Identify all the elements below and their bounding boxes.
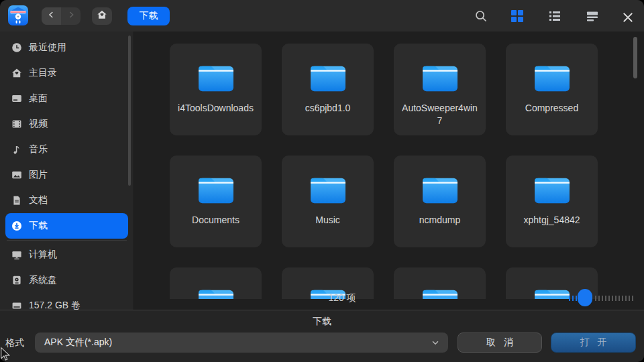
dialog-title: 下载 [0, 316, 644, 328]
image-icon [11, 170, 22, 180]
file-manager-app-icon [8, 5, 28, 25]
sidebar-item-pictures[interactable]: 图片 [5, 162, 128, 188]
sidebar-item-system-disk[interactable]: 系统盘 [5, 267, 128, 293]
close-button[interactable] [621, 11, 635, 24]
clock-icon [11, 42, 22, 53]
folder-tile[interactable]: xphtgj_54842 [506, 156, 598, 247]
sidebar-item-home[interactable]: 主目录 [5, 60, 128, 86]
folder-icon [419, 61, 461, 95]
sidebar-item-label: 桌面 [29, 93, 48, 105]
folder-tile[interactable]: Compressed [506, 44, 598, 135]
grid-view-icon [511, 9, 524, 23]
download-icon [11, 221, 22, 231]
system-disk-icon [11, 275, 22, 286]
dialog-footer: 下载 格式 APK 文件(*.apk) 取消 打开 [0, 310, 644, 362]
home-icon [97, 9, 107, 23]
sidebar-item-label: 文档 [29, 194, 48, 206]
content-scrollbar[interactable] [633, 37, 637, 78]
cancel-button-label: 取消 [486, 337, 521, 349]
folder-name: cs6pjbd1.0 [290, 102, 366, 115]
sidebar-item-computer[interactable]: 计算机 [5, 242, 128, 267]
folder-icon [195, 173, 237, 206]
chevron-right-icon [66, 10, 76, 22]
folder-name: i4ToolsDownloads [178, 102, 254, 115]
search-icon [474, 9, 488, 23]
sidebar-item-label: 图片 [29, 169, 48, 181]
zoom-slider-track[interactable] [595, 296, 634, 301]
sidebar-item-desktop[interactable]: 桌面 [5, 86, 128, 111]
file-grid: i4ToolsDownloadscs6pjbd1.0AutoSweeper4wi… [134, 32, 644, 299]
folder-name: Documents [178, 214, 254, 227]
sidebar-item-videos[interactable]: 视频 [5, 111, 128, 137]
titlebar: 下载 [0, 0, 644, 32]
status-bar: 120 项 [134, 287, 644, 310]
format-value: APK 文件(*.apk) [44, 337, 112, 349]
sidebar: 最近使用主目录桌面视频音乐图片文档下载计算机系统盘157.2 GB 卷 [0, 32, 134, 310]
sidebar-item-music[interactable]: 音乐 [5, 137, 128, 162]
folder-icon [307, 61, 349, 95]
cancel-button[interactable]: 取消 [458, 333, 542, 353]
nav-button-group [42, 7, 80, 25]
sidebar-item-label: 主目录 [29, 67, 57, 79]
home-button[interactable] [92, 7, 112, 25]
folder-icon [531, 61, 573, 95]
list-view-button[interactable] [548, 9, 561, 23]
computer-icon [11, 249, 22, 260]
video-icon [11, 119, 22, 129]
sidebar-item-label: 系统盘 [29, 274, 57, 286]
sidebar-list: 最近使用主目录桌面视频音乐图片文档下载计算机系统盘157.2 GB 卷 [0, 35, 133, 318]
music-icon [11, 144, 22, 155]
back-button[interactable] [42, 7, 61, 25]
folder-name: xphtgj_54842 [514, 214, 590, 227]
detail-view-button[interactable] [586, 9, 599, 23]
folder-tile[interactable]: AutoSweeper4win7 [394, 44, 486, 135]
folder-icon [307, 173, 349, 206]
sidebar-item-label: 最近使用 [29, 42, 66, 54]
folder-tile[interactable]: i4ToolsDownloads [170, 44, 262, 135]
breadcrumb-downloads[interactable]: 下载 [127, 7, 170, 25]
search-button[interactable] [474, 9, 488, 23]
sidebar-scrollbar[interactable] [128, 36, 131, 186]
format-combobox[interactable]: APK 文件(*.apk) [35, 333, 448, 353]
open-button[interactable]: 打开 [551, 333, 636, 353]
folder-icon [195, 61, 237, 95]
folder-tile[interactable]: Documents [170, 156, 262, 247]
folder-name: Music [290, 214, 366, 227]
folder-name: ncmdump [402, 214, 478, 227]
zoom-slider-thumb[interactable] [578, 289, 592, 306]
mouse-cursor [0, 347, 11, 362]
sidebar-separator [7, 240, 127, 241]
sidebar-item-recent[interactable]: 最近使用 [5, 35, 128, 60]
file-dialog-window: 下载 最近使用主目录桌面视频音乐图片文档下载计算机系统盘157.2 GB 卷 i… [0, 0, 644, 362]
item-count: 120 项 [309, 292, 376, 304]
home-icon [11, 68, 22, 78]
icon-view-button[interactable] [511, 9, 524, 23]
sidebar-item-label: 视频 [29, 118, 48, 130]
sidebar-item-downloads[interactable]: 下载 [5, 213, 128, 239]
chevron-down-icon [431, 338, 440, 347]
zoom-slider-track-filled[interactable] [569, 296, 578, 301]
folder-icon [531, 173, 573, 206]
folder-icon [419, 173, 461, 206]
open-button-label: 打开 [580, 337, 615, 349]
sidebar-item-label: 计算机 [29, 249, 57, 261]
sidebar-item-label: 音乐 [29, 143, 48, 156]
chevron-left-icon [47, 10, 56, 22]
sidebar-item-label: 下载 [29, 220, 48, 232]
forward-button[interactable] [61, 7, 80, 25]
list-view-icon [548, 9, 561, 23]
folder-name: Compressed [514, 102, 590, 115]
folder-tile[interactable]: Music [282, 156, 374, 247]
close-icon [621, 11, 635, 24]
folder-name: AutoSweeper4win7 [402, 102, 478, 127]
desktop-icon [11, 93, 22, 104]
sidebar-item-documents[interactable]: 文档 [5, 188, 128, 213]
detail-view-icon [586, 9, 599, 23]
folder-tile[interactable]: cs6pjbd1.0 [282, 44, 374, 135]
document-icon [11, 195, 22, 206]
folder-tile[interactable]: ncmdump [394, 156, 486, 247]
